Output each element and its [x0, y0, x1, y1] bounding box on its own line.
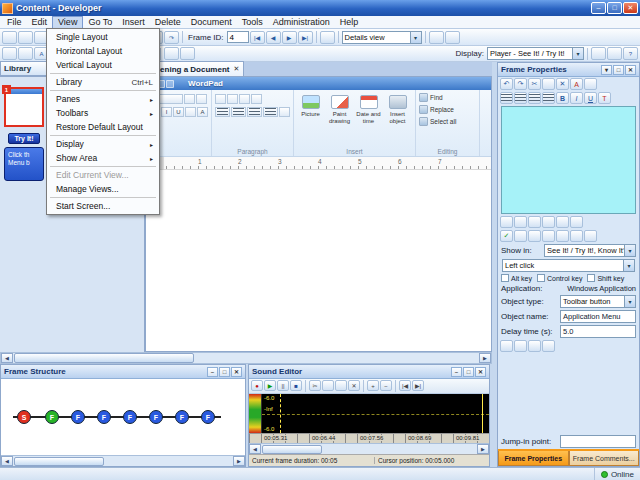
frame-node-start[interactable]: S: [17, 410, 31, 424]
paste-icon[interactable]: [335, 380, 347, 391]
frame-structure-scrollbar[interactable]: ◀ ▶: [1, 455, 245, 466]
menu-item-toolbars[interactable]: Toolbars ▸: [47, 106, 159, 120]
menu-item-vertical-layout[interactable]: Vertical Layout: [47, 58, 159, 72]
menu-file[interactable]: File: [2, 16, 27, 28]
panel-close-icon[interactable]: ✕: [231, 367, 242, 377]
menu-tools[interactable]: Tools: [237, 16, 268, 28]
audio-icon[interactable]: [591, 47, 606, 60]
menu-item-horizontal-layout[interactable]: Horizontal Layout: [47, 44, 159, 58]
object-name-field[interactable]: Application Menu: [560, 310, 636, 323]
record-icon[interactable]: ●: [251, 380, 263, 391]
scrollbar-thumb[interactable]: [14, 457, 104, 466]
highlight-style-icon[interactable]: [542, 216, 555, 228]
new-document-icon[interactable]: [2, 31, 17, 44]
delay-time-field[interactable]: 5.0: [560, 325, 636, 338]
frame-structure-graph[interactable]: S F F F F F F F: [1, 379, 245, 455]
panel-close-icon[interactable]: ✕: [625, 65, 636, 75]
frame-node[interactable]: F: [123, 410, 137, 424]
go-start-icon[interactable]: |◀: [399, 380, 411, 391]
minimize-button[interactable]: –: [591, 2, 606, 14]
filter-icon[interactable]: [445, 31, 460, 44]
timing-icon[interactable]: [500, 340, 513, 352]
panel-minimize-icon[interactable]: –: [207, 367, 218, 377]
redo-icon[interactable]: ↷: [164, 31, 179, 44]
menu-help[interactable]: Help: [335, 16, 364, 28]
frame-node[interactable]: F: [71, 410, 85, 424]
folder-icon[interactable]: [514, 230, 527, 242]
scrollbar-thumb[interactable]: [262, 445, 322, 454]
undo-icon[interactable]: ↶: [500, 78, 513, 90]
menu-edit[interactable]: Edit: [27, 16, 53, 28]
copy-style-icon[interactable]: [542, 230, 555, 242]
scroll-right-icon[interactable]: ▶: [233, 456, 245, 466]
scroll-left-icon[interactable]: ◀: [1, 353, 13, 363]
menu-item-library[interactable]: Library Ctrl+L: [47, 75, 159, 89]
movie-icon[interactable]: [607, 47, 622, 60]
swap-icon[interactable]: [528, 230, 541, 242]
copy-icon[interactable]: [322, 380, 334, 391]
insert-frame-icon[interactable]: [2, 47, 17, 60]
frame-id-input[interactable]: 4: [227, 31, 249, 43]
scroll-right-icon[interactable]: ▶: [479, 353, 491, 363]
paste-style-icon[interactable]: [556, 230, 569, 242]
jump-in-field[interactable]: [560, 435, 636, 448]
align-left-icon[interactable]: [500, 92, 513, 104]
frame-node[interactable]: F: [97, 410, 111, 424]
align-center-icon[interactable]: [514, 92, 527, 104]
frame-node[interactable]: F: [149, 410, 163, 424]
caption-style-icon[interactable]: [500, 216, 513, 228]
redo-icon[interactable]: ↷: [514, 78, 527, 90]
pause-icon[interactable]: ||: [277, 380, 289, 391]
sound-icon[interactable]: [514, 340, 527, 352]
menu-insert[interactable]: Insert: [117, 16, 150, 28]
keyboard-icon[interactable]: [584, 230, 597, 242]
scrollbar-thumb[interactable]: [14, 353, 194, 363]
scroll-left-icon[interactable]: ◀: [1, 456, 13, 466]
menu-item-single-layout[interactable]: Single Layout: [47, 30, 159, 44]
tab-close-icon[interactable]: ✕: [233, 65, 239, 73]
panel-close-icon[interactable]: ✕: [475, 367, 486, 377]
panel-pin-icon[interactable]: ▾: [601, 65, 612, 75]
menu-item-panes[interactable]: Panes ▸: [47, 92, 159, 106]
display-mode-dropdown[interactable]: Player - See It! / Try It! ▾: [487, 47, 584, 60]
interaction-icon[interactable]: [528, 340, 541, 352]
tab-frame-comments[interactable]: Frame Comments...: [569, 451, 640, 466]
tab-frame-properties[interactable]: Frame Properties: [498, 451, 569, 466]
menu-item-restore-default-layout[interactable]: Restore Default Layout: [47, 120, 159, 134]
justify-icon[interactable]: [542, 92, 555, 104]
frame-node[interactable]: F: [175, 410, 189, 424]
scroll-right-icon[interactable]: ▶: [477, 444, 489, 454]
caption-text-editor[interactable]: [501, 106, 636, 214]
refresh-icon[interactable]: [429, 31, 444, 44]
goto-frame-icon[interactable]: [320, 31, 335, 44]
help-icon[interactable]: ?: [623, 47, 638, 60]
playback-cursor[interactable]: [280, 394, 281, 433]
align-right-icon[interactable]: [528, 92, 541, 104]
details-view-dropdown[interactable]: Details view ▾: [342, 31, 422, 44]
shift-key-checkbox[interactable]: [587, 274, 595, 282]
open-icon[interactable]: [18, 31, 33, 44]
show-in-dropdown[interactable]: See It! / Try It!, Know It?, P ▾: [544, 244, 636, 257]
balloon-style-icon[interactable]: [514, 216, 527, 228]
advanced-icon[interactable]: [542, 340, 555, 352]
table-icon[interactable]: [570, 230, 583, 242]
maximize-button[interactable]: □: [607, 2, 622, 14]
canvas-horizontal-scrollbar[interactable]: ◀ ▶: [0, 352, 492, 364]
last-frame-button[interactable]: ▶|: [298, 31, 313, 44]
text-color-icon[interactable]: T: [598, 92, 611, 104]
delete-icon[interactable]: ✕: [348, 380, 360, 391]
scroll-left-icon[interactable]: ◀: [249, 444, 261, 454]
note-style-icon[interactable]: [528, 216, 541, 228]
stop-icon[interactable]: ■: [290, 380, 302, 391]
copy-icon[interactable]: [542, 78, 555, 90]
frame-node[interactable]: F: [45, 410, 59, 424]
publish-icon[interactable]: [164, 47, 179, 60]
menu-delete[interactable]: Delete: [150, 16, 186, 28]
waveform-display[interactable]: -6.0 -Inf -6.0: [262, 394, 489, 433]
sound-editor-scrollbar[interactable]: ◀ ▶: [249, 443, 489, 454]
italic-icon[interactable]: I: [570, 92, 583, 104]
control-key-checkbox[interactable]: [537, 274, 545, 282]
menu-goto[interactable]: Go To: [83, 16, 117, 28]
underline-icon[interactable]: U: [584, 92, 597, 104]
first-frame-button[interactable]: |◀: [250, 31, 265, 44]
